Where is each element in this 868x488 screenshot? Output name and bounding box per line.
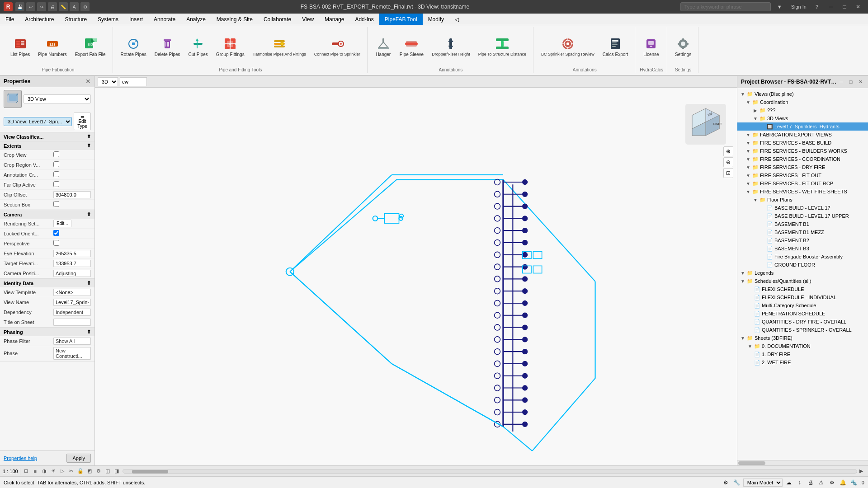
tree-item-basement-b2[interactable]: 📄 BASEMENT B2 [737,236,868,244]
prop-section-identity-header[interactable]: Identity Data ⬆ [0,279,94,287]
eye-elevation-input[interactable] [53,250,91,257]
active-workset-select[interactable]: Main Model [743,479,783,487]
render-icon[interactable]: ▷ [58,467,66,475]
tree-item-fire-fitout-rcp[interactable]: ▼ 📁 FIRE SERVICES - FIT OUT RCP [737,179,868,188]
tree-item-2-wet-fire[interactable]: 📄 2. WET FIRE [737,358,868,366]
viewport-view-type-select[interactable]: 3D [98,77,118,86]
warning-icon[interactable]: ⚠ [817,478,826,487]
model-status-icon[interactable]: 🔧 [732,478,741,487]
view-cube[interactable]: RIGHT TOP [685,104,726,145]
settings2-icon[interactable]: ⚙ [94,467,103,475]
target-elevation-input[interactable] [53,260,91,267]
prop-section-extents-header[interactable]: Extents ⬆ [0,141,94,150]
menu-analyze[interactable]: Analyze [181,14,211,25]
pb-close-btn[interactable]: ✕ [856,78,864,86]
print-status-icon[interactable]: 🖨 [806,478,815,487]
tree-item-floor-plans[interactable]: ▼ 📁 Floor Plans [737,196,868,204]
pb-scrollbar-thumb[interactable] [738,461,765,465]
tree-item-basement-b1-mezz[interactable]: 📄 BASEMENT B1 MEZZ [737,228,868,236]
viewport[interactable]: 3D [95,76,737,465]
tree-item-fire-wet-sheets[interactable]: ▼ 📁 FIRE SERVICES - WET FIRE SHEETS [737,188,868,196]
far-clip-active-checkbox[interactable] [53,181,59,187]
maximize-btn[interactable]: □ [838,2,851,11]
notification-icon[interactable]: 🔔 [839,478,848,487]
tree-item-coordination[interactable]: ▼ 📁 Coordination [737,98,868,106]
perspective-checkbox[interactable] [53,240,59,246]
annotate-icon[interactable]: A [70,2,79,11]
tree-item-base-build-17-upper[interactable]: 📄 BASE BUILD - LEVEL 17 UPPER [737,212,868,220]
redo-icon[interactable]: ↪ [37,2,46,11]
view-name-input[interactable] [53,299,91,306]
tree-item-fire-base-build[interactable]: ▼ 📁 FIRE SERVICES - BASE BUILD [737,139,868,147]
section-box-checkbox[interactable] [53,201,59,207]
delete-pipes-button[interactable]: Delete Pipes [151,34,184,60]
tree-item-flexi-schedule[interactable]: 📄 FLEXI SCHEDULE [737,285,868,293]
menu-manage[interactable]: Manage [319,14,349,25]
wrench-status-icon[interactable]: 🔩 [849,478,859,487]
tree-item-views-discipline[interactable]: ▼ 📁 Views (Discipline) [737,90,868,98]
scrollbar-thumb[interactable] [123,469,857,474]
scrollbar-thumb-handle[interactable] [132,470,168,474]
crop-region-checkbox[interactable] [53,161,59,167]
hanger-button[interactable]: Hanger [372,34,395,60]
tree-item-fire-brigade[interactable]: 📄 Fire Brigade Booster Assembly [737,253,868,261]
rotate-pipes-button[interactable]: Rotate Pipes [118,34,150,60]
menu-file[interactable]: File [0,14,19,25]
settings-button[interactable]: Settings [672,34,694,60]
tree-item-basement-b3[interactable]: 📄 BASEMENT B3 [737,244,868,253]
menu-annotate[interactable]: Annotate [148,14,181,25]
edit-type-button[interactable]: ☰ Edit Type [74,113,91,130]
tree-item-quantities-dry-fire[interactable]: 📄 QUANTITIES - DRY FIRE - OVERALL [737,318,868,326]
pipe-numbers-button[interactable]: 123 Pipe Numbers [35,34,70,60]
menu-massing[interactable]: Massing & Site [211,14,258,25]
menu-view[interactable]: View [297,14,319,25]
workset-icon[interactable]: ◨ [113,467,121,475]
tree-item-fire-dry[interactable]: ▼ 📁 FIRE SERVICES - DRY FIRE [737,163,868,171]
sign-in-btn[interactable]: Sign In [788,3,809,10]
tree-item-multi-category[interactable]: 📄 Multi-Category Schedule [737,301,868,310]
menu-architecture[interactable]: Architecture [19,14,59,25]
crop-icon[interactable]: ✂ [67,467,75,475]
minimize-btn[interactable]: ─ [825,2,837,11]
menu-insert[interactable]: Insert [124,14,148,25]
cut-pipes-button[interactable]: Cut Pipes [185,34,211,60]
settings-icon[interactable]: ⚙ [80,2,90,11]
close-btn[interactable]: ✕ [852,2,864,11]
list-pipes-button[interactable]: List Pipes [7,34,33,60]
view-type-dropdown[interactable]: 3D View [24,94,91,103]
prop-section-phasing-header[interactable]: Phasing ⬆ [0,328,94,336]
help-btn[interactable]: ? [813,3,821,10]
menu-pipefab[interactable]: PipeFAB Tool [379,14,423,25]
locked-orientation-checkbox[interactable] [53,230,59,236]
scroll-right-btn[interactable]: ▶ [857,467,865,475]
annotation-crop-checkbox[interactable] [53,171,59,177]
view-detail-icon[interactable]: ⊞ [22,467,30,475]
rendering-settings-edit-btn[interactable]: Edit... [53,220,71,227]
menu-contextual[interactable]: ◁ [449,14,464,25]
lock-icon[interactable]: 🔓 [76,467,85,475]
pipe-to-structure-button[interactable]: Pipe To Structure Distance [475,34,529,59]
pb-maximize-btn[interactable]: □ [847,78,855,86]
tree-item-base-build-17[interactable]: 📄 BASE BUILD - LEVEL 17 [737,204,868,212]
pb-minimize-btn[interactable]: ─ [837,78,845,86]
menu-collaborate[interactable]: Collaborate [258,14,297,25]
far-clip-offset-input[interactable] [53,191,91,198]
tree-item-fab-export[interactable]: ▼ 📁 FABRICATION EXPORT VIEWS [737,131,868,139]
license-button[interactable]: License [640,34,662,60]
tree-item-quantities-sprinkler[interactable]: 📄 QUANTITIES - SPRINKLER - OVERALL [737,326,868,334]
review-icon[interactable]: ◩ [85,467,94,475]
bc-sprinkler-button[interactable]: BC Sprinkler Spacing Review [538,34,598,59]
tree-item-1-dry-fire[interactable]: 📄 1. DRY FIRE [737,350,868,358]
tree-item-penetration-schedule[interactable]: 📄 PENETRATION SCHEDULE [737,310,868,318]
title-on-sheet-input[interactable] [53,319,91,326]
menu-structure[interactable]: Structure [59,14,92,25]
harmonise-button[interactable]: Harmonise Pipes And Fittings [250,34,309,59]
workset-status-icon[interactable]: ⚙ [722,478,731,487]
print-icon[interactable]: 🖨 [48,2,57,11]
export-fab-button[interactable]: EXP Export Fab File [72,34,109,60]
tree-item-fire-builders-works[interactable]: ▼ 📁 FIRE SERVICES - BUILDERS WORKS [737,147,868,155]
pb-scrollbar-h[interactable] [737,460,868,465]
undo-icon[interactable]: ↩ [26,2,35,11]
tree-item-ground-floor[interactable]: 📄 GROUND FLOOR [737,261,868,269]
tree-item-level17-sprinklers[interactable]: 🔲 Level17_Sprinklers_Hydrants [737,122,868,131]
